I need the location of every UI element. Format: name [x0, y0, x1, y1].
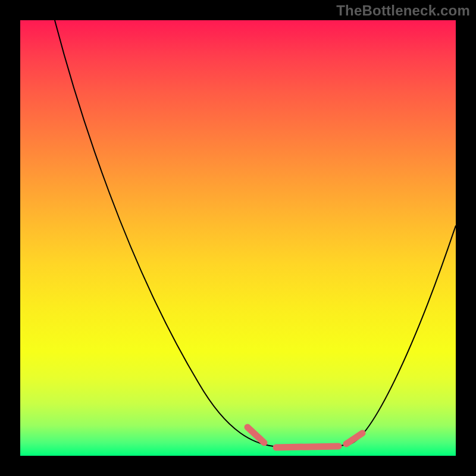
watermark-text: TheBottleneck.com — [336, 2, 470, 19]
plot-area — [20, 20, 456, 456]
curve-left — [55, 20, 273, 446]
curve-svg — [20, 20, 456, 456]
highlight-segment-left — [248, 427, 264, 443]
highlight-segment-flat — [276, 446, 339, 447]
chart-container: TheBottleneck.com — [0, 0, 476, 476]
curve-right — [350, 226, 456, 444]
highlight-segment-right — [346, 433, 362, 444]
